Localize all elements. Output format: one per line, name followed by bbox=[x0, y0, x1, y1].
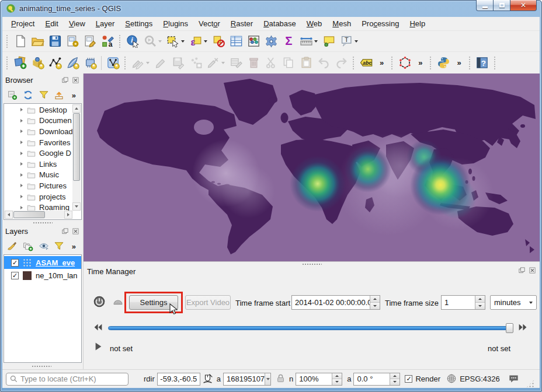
expand-icon[interactable] bbox=[20, 195, 23, 198]
toolbar-grip[interactable] bbox=[352, 56, 355, 70]
browser-item-download[interactable]: Download bbox=[4, 126, 72, 137]
menu-web[interactable]: Web bbox=[301, 18, 328, 30]
new-virtual-layer-button[interactable]: * bbox=[104, 54, 121, 71]
toolbar-overflow-button[interactable]: » bbox=[414, 58, 427, 67]
browser-item-documen[interactable]: Documen bbox=[4, 116, 72, 127]
time-frame-size-input[interactable]: 1 bbox=[441, 295, 485, 310]
deselect-all-button[interactable] bbox=[210, 33, 227, 50]
time-manager-close-icon[interactable] bbox=[528, 266, 537, 275]
layout-manager-button[interactable] bbox=[81, 33, 99, 50]
menu-layer[interactable]: Layer bbox=[91, 18, 120, 30]
layer-row[interactable]: ✓ne_10m_lan bbox=[4, 269, 81, 282]
messages-icon[interactable] bbox=[508, 373, 520, 385]
browser-float-icon[interactable] bbox=[61, 76, 70, 85]
layer-row[interactable]: ✓ASAM_eve bbox=[4, 256, 81, 269]
menu-plugins[interactable]: Plugins bbox=[158, 18, 193, 30]
browser-item-links[interactable]: Links bbox=[4, 159, 72, 170]
style-manager-button[interactable]: a bbox=[99, 33, 116, 50]
map-canvas[interactable] bbox=[84, 74, 540, 261]
toolbar-grip[interactable] bbox=[119, 34, 121, 48]
browser-item-roaming[interactable]: Roaming bbox=[4, 202, 72, 211]
layers-close-icon[interactable] bbox=[71, 227, 80, 236]
statistical-summary-button[interactable] bbox=[245, 33, 262, 50]
measure-button[interactable] bbox=[297, 33, 320, 50]
layer-labeling-button[interactable]: abc bbox=[357, 54, 375, 71]
layers-float-icon[interactable] bbox=[61, 227, 70, 236]
step-forward-icon[interactable] bbox=[517, 322, 530, 335]
toolbar-overflow-button[interactable]: » bbox=[67, 91, 81, 100]
collapse-all-button[interactable] bbox=[51, 87, 67, 104]
new-temp-layer-button[interactable]: * bbox=[81, 54, 99, 71]
menu-processing[interactable]: Processing bbox=[356, 18, 404, 30]
expand-icon[interactable] bbox=[20, 173, 23, 177]
expand-icon[interactable] bbox=[20, 130, 23, 133]
window-resize-grip[interactable] bbox=[526, 380, 534, 388]
crs-value[interactable]: EPSG:4326 bbox=[460, 374, 500, 383]
crs-globe-icon[interactable] bbox=[446, 373, 458, 385]
python-console-button[interactable] bbox=[435, 54, 452, 71]
expand-icon[interactable] bbox=[20, 184, 23, 187]
layer-checkbox[interactable]: ✓ bbox=[11, 272, 19, 279]
browser-item-google-d[interactable]: Google D bbox=[4, 148, 72, 159]
processing-toolbox-button[interactable] bbox=[262, 33, 280, 50]
menu-help[interactable]: Help bbox=[404, 18, 430, 30]
scroll-left-icon[interactable] bbox=[5, 211, 13, 219]
expand-icon[interactable] bbox=[20, 206, 23, 209]
browser-vertical-scrollbar[interactable] bbox=[72, 104, 81, 211]
menu-mesh[interactable]: Mesh bbox=[327, 18, 356, 30]
toolbar-overflow-button[interactable]: » bbox=[452, 58, 465, 67]
toolbar-grip[interactable] bbox=[391, 56, 394, 70]
time-frame-start-input[interactable]: 2014-01-02 00:00:00.000 bbox=[291, 295, 380, 310]
time-slider[interactable] bbox=[108, 326, 513, 330]
menu-view[interactable]: View bbox=[64, 18, 91, 30]
toolbar-overflow-button[interactable]: » bbox=[67, 242, 81, 251]
panel-splitter[interactable] bbox=[2, 220, 83, 225]
scale-combo[interactable]: 168195107 bbox=[223, 373, 271, 386]
toolbar-grip[interactable] bbox=[429, 56, 432, 70]
maximize-button[interactable] bbox=[494, 0, 510, 11]
browser-item-music[interactable]: Music bbox=[4, 170, 72, 181]
select-features-button[interactable] bbox=[164, 33, 187, 50]
refresh-browser-button[interactable] bbox=[20, 87, 36, 104]
expand-icon[interactable] bbox=[20, 152, 23, 155]
spinner-arrows[interactable] bbox=[370, 296, 380, 309]
toolbar-grip[interactable] bbox=[6, 34, 9, 48]
close-button[interactable]: ✕ bbox=[510, 0, 537, 11]
time-manager-archive-icon[interactable] bbox=[112, 296, 125, 309]
spinner-arrows[interactable] bbox=[332, 373, 342, 385]
toolbar-grip[interactable] bbox=[468, 56, 471, 70]
vertex-tool-button[interactable] bbox=[396, 54, 414, 71]
lock-scale-icon[interactable] bbox=[276, 373, 287, 385]
scroll-up-icon[interactable] bbox=[72, 104, 81, 113]
expand-icon[interactable] bbox=[20, 162, 23, 166]
panel-splitter[interactable] bbox=[302, 263, 322, 265]
toolbar-grip[interactable] bbox=[6, 56, 9, 70]
menu-database[interactable]: Database bbox=[258, 18, 301, 30]
play-icon[interactable] bbox=[93, 341, 106, 354]
open-attribute-table-button[interactable] bbox=[227, 33, 245, 50]
menu-edit[interactable]: Edit bbox=[40, 18, 63, 30]
expand-icon[interactable] bbox=[20, 108, 23, 111]
menu-settings[interactable]: Settings bbox=[120, 18, 158, 30]
filter-legend-button[interactable] bbox=[51, 238, 67, 255]
new-geopackage-button[interactable]: * bbox=[29, 54, 46, 71]
expand-icon[interactable] bbox=[20, 119, 23, 123]
project-new-button[interactable] bbox=[11, 33, 29, 50]
scroll-down-icon[interactable] bbox=[72, 202, 81, 211]
layer-checkbox[interactable]: ✓ bbox=[11, 259, 19, 267]
menu-raster[interactable]: Raster bbox=[225, 18, 258, 30]
browser-horizontal-scrollbar[interactable] bbox=[5, 211, 72, 219]
toolbar-grip[interactable] bbox=[494, 56, 496, 70]
new-shapefile-button[interactable]: * bbox=[46, 54, 64, 71]
new-print-layout-button[interactable] bbox=[64, 33, 81, 50]
spinner-arrows[interactable] bbox=[390, 373, 399, 385]
render-checkbox[interactable]: ✓ Render bbox=[405, 374, 440, 383]
magnifier-input[interactable]: 100% bbox=[296, 373, 342, 386]
data-source-manager-button[interactable] bbox=[11, 54, 29, 71]
browser-item-projects[interactable]: projects bbox=[4, 191, 72, 202]
project-open-button[interactable] bbox=[29, 33, 46, 50]
layer-styling-button[interactable] bbox=[5, 238, 20, 255]
help-button[interactable]: ? bbox=[474, 54, 491, 71]
manage-themes-button[interactable] bbox=[36, 238, 51, 255]
toolbar-overflow-button[interactable]: » bbox=[375, 58, 388, 67]
